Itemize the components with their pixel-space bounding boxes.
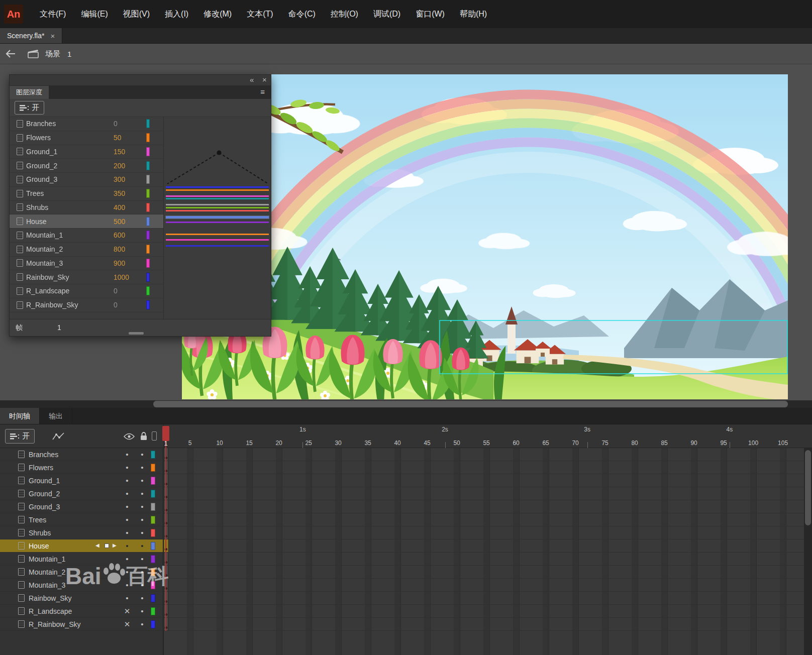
next-keyframe-icon[interactable]: ▶ (113, 542, 117, 548)
depth-layer-row-Ground_3[interactable]: Ground_3300 (10, 173, 163, 187)
depth-layer-row-R_Landscape[interactable]: R_Landscape0 (10, 284, 163, 298)
timeline-frames-track[interactable] (163, 579, 804, 592)
lock-icon[interactable] (140, 431, 147, 441)
tab-close-icon[interactable]: × (50, 32, 55, 40)
eye-icon[interactable] (124, 433, 135, 440)
lock-dot[interactable]: • (139, 566, 146, 579)
vertical-scrollbar[interactable] (804, 448, 812, 655)
depth-line-Ground_1[interactable] (166, 195, 269, 197)
names-frames-divider[interactable] (163, 424, 164, 655)
layer-color-chip[interactable] (151, 490, 155, 498)
layer-color-chip[interactable] (146, 300, 150, 309)
layer-depth-value[interactable]: 600 (114, 231, 125, 239)
timeline-layer-row-Ground_1[interactable]: Ground_1•• (0, 474, 804, 487)
depth-layer-row-Mountain_3[interactable]: Mountain_3900 (10, 257, 163, 271)
app-logo[interactable]: An (4, 5, 23, 24)
depth-layer-row-Flowers[interactable]: Flowers50 (10, 131, 163, 145)
timeline-frames-track[interactable] (163, 500, 804, 513)
timeline-layer-name-cell[interactable]: Trees•• (0, 513, 163, 526)
timeline-layer-row-Mountain_2[interactable]: Mountain_2•• (0, 566, 804, 579)
timeline-layer-row-R_Landscape[interactable]: R_Landscape✕• (0, 605, 804, 618)
layer-depth-value[interactable]: 150 (114, 148, 125, 156)
layer-color-chip[interactable] (151, 555, 155, 563)
timeline-layer-row-Rainbow_Sky[interactable]: Rainbow_Sky•• (0, 592, 804, 605)
lock-dot[interactable]: • (139, 474, 146, 487)
depth-line-Rainbow_Sky[interactable] (166, 245, 269, 247)
layer-depth-value[interactable]: 900 (114, 259, 125, 267)
timeline-frames-track[interactable] (163, 618, 804, 631)
depth-layer-row-Ground_2[interactable]: Ground_2200 (10, 159, 163, 173)
timeline-frames-track[interactable] (163, 513, 804, 526)
timeline-layer-name-cell[interactable]: Shrubs•• (0, 526, 163, 539)
lock-dot[interactable]: • (139, 618, 146, 631)
visibility-dot[interactable]: • (124, 500, 131, 513)
timeline-layer-row-Ground_3[interactable]: Ground_3•• (0, 500, 804, 513)
lock-dot[interactable]: • (139, 526, 146, 539)
layer-color-chip[interactable] (151, 516, 155, 524)
lock-dot[interactable]: • (139, 539, 146, 553)
timeline-depth-toggle-button[interactable]: 开 (5, 429, 35, 444)
layer-color-chip[interactable] (146, 273, 150, 282)
timeline-layer-name-cell[interactable]: R_Landscape✕• (0, 605, 163, 618)
layer-depth-value[interactable]: 350 (114, 189, 125, 197)
horizontal-scrollbar[interactable] (0, 400, 812, 408)
panel-scrollbar-thumb[interactable] (129, 332, 144, 335)
timeline-layer-name-cell[interactable]: Branches•• (0, 448, 163, 461)
timeline-ruler[interactable]: 5101520253035404550556065707580859095100… (163, 424, 806, 448)
layer-color-chip[interactable] (146, 189, 150, 198)
layer-color-chip[interactable] (146, 119, 150, 128)
layer-color-chip[interactable] (151, 620, 155, 628)
lock-dot[interactable]: • (139, 448, 146, 461)
timeline-frames-track[interactable] (163, 539, 804, 553)
timeline-layer-name-cell[interactable]: R_Rainbow_Sky✕• (0, 618, 163, 631)
layer-color-chip[interactable] (146, 231, 150, 240)
layer-depth-value[interactable]: 0 (114, 287, 118, 295)
layer-color-chip[interactable] (151, 529, 155, 537)
depth-line-Trees[interactable] (166, 207, 269, 208)
timeline-frames-track[interactable] (163, 553, 804, 566)
timeline-layer-name-cell[interactable]: House◀▶•• (0, 539, 163, 553)
lock-dot[interactable]: • (139, 579, 146, 592)
playhead-marker[interactable] (162, 426, 169, 441)
visibility-off-icon[interactable]: ✕ (124, 605, 131, 618)
layer-depth-value[interactable]: 50 (114, 134, 122, 142)
timeline-layer-row-Trees[interactable]: Trees•• (0, 513, 804, 526)
timeline-layer-row-House[interactable]: House◀▶•• (0, 539, 804, 553)
menu-item-9[interactable]: 窗口(W) (408, 0, 452, 28)
timeline-layer-row-Flowers[interactable]: Flowers•• (0, 461, 804, 474)
lock-dot[interactable]: • (139, 553, 146, 566)
depth-layer-row-Branches[interactable]: Branches0 (10, 117, 163, 131)
timeline-layer-name-cell[interactable]: Rainbow_Sky•• (0, 592, 163, 605)
timeline-frames-track[interactable] (163, 526, 804, 539)
depth-line-Ground_2[interactable] (166, 198, 269, 199)
layer-depth-tab[interactable]: 图层深度 (10, 86, 49, 99)
lock-dot[interactable]: • (139, 461, 146, 474)
depth-layer-row-Mountain_2[interactable]: Mountain_2800 (10, 243, 163, 257)
menu-item-8[interactable]: 调试(D) (366, 0, 408, 28)
graph-editor-icon[interactable] (52, 431, 66, 442)
lock-dot[interactable]: • (139, 500, 146, 513)
timeline-layer-name-cell[interactable]: Ground_3•• (0, 500, 163, 513)
depth-visualization[interactable] (164, 117, 271, 319)
timeline-frames-track[interactable] (163, 448, 804, 461)
depth-line-Mountain_1[interactable] (166, 222, 269, 223)
visibility-dot[interactable]: • (124, 579, 131, 592)
layer-color-chip[interactable] (146, 175, 150, 184)
depth-layer-row-R_Rainbow_Sky[interactable]: R_Rainbow_Sky0 (10, 298, 163, 312)
layer-depth-value[interactable]: 0 (114, 120, 118, 128)
depth-line-Flowers[interactable] (166, 189, 269, 191)
visibility-dot[interactable]: • (124, 513, 131, 526)
layer-depth-value[interactable]: 300 (114, 175, 125, 183)
layer-color-chip[interactable] (151, 594, 155, 602)
panel-collapse-icon[interactable]: « (250, 75, 254, 84)
timeline-frames-track[interactable] (163, 474, 804, 487)
layer-color-chip[interactable] (146, 147, 150, 156)
timeline-layer-row-Ground_2[interactable]: Ground_2•• (0, 487, 804, 500)
depth-layer-row-Rainbow_Sky[interactable]: Rainbow_Sky1000 (10, 270, 163, 284)
vertical-scrollbar-thumb[interactable] (805, 450, 811, 525)
depth-layer-row-Shrubs[interactable]: Shrubs400 (10, 201, 163, 215)
depth-toggle-button[interactable]: 开 (15, 101, 44, 115)
lock-dot[interactable]: • (139, 592, 146, 605)
lock-dot[interactable]: • (139, 487, 146, 500)
menu-item-7[interactable]: 控制(O) (323, 0, 366, 28)
